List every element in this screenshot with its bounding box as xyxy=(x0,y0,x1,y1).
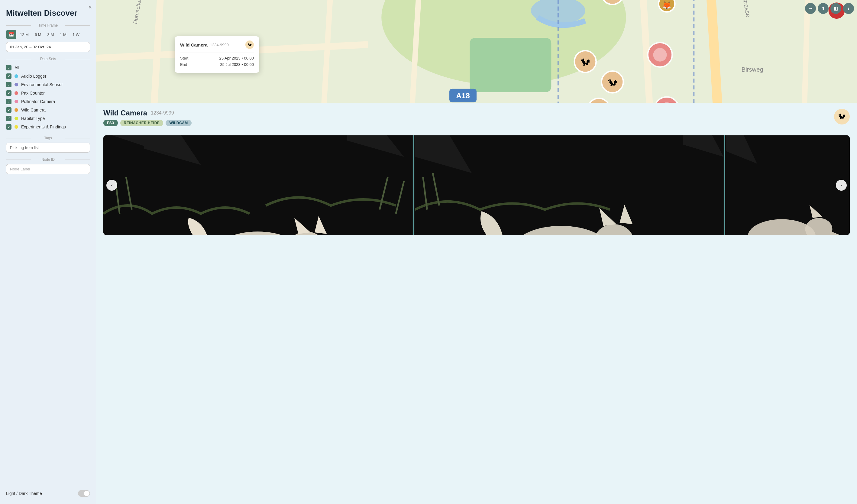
dataset-dot-environmental xyxy=(15,83,18,86)
theme-label: Light / Dark Theme xyxy=(6,491,42,496)
popup-id: 1234-9999 xyxy=(210,43,229,47)
datasets-section: ✓ All ✓ Audio Logger ✓ Environmental Sen… xyxy=(6,64,90,131)
detail-icon: 🐿 xyxy=(834,109,850,124)
popup-start-value: 25 Apr 2023 • 00:00 xyxy=(219,56,254,61)
dataset-item-environmental-sensor: ✓ Environmental Sensor xyxy=(6,80,90,89)
dataset-name-pax: Pax Counter xyxy=(21,91,45,96)
svg-text:A18: A18 xyxy=(456,91,470,100)
dataset-name-pollinator: Pollinator Camera xyxy=(21,99,55,104)
popup-end-row: End 25 Jul 2023 • 00:00 xyxy=(180,62,254,67)
wildlife-image-1-svg: ■ SECACAM KOMVista ● C 08C Do 27.04.2023… xyxy=(103,135,412,235)
carousel-separator-2 xyxy=(724,135,725,235)
dataset-check-audio-logger[interactable]: ✓ xyxy=(6,73,12,79)
sidebar: × Mitwelten Discover Time Frame 📅 12 M 6… xyxy=(0,0,96,504)
carousel-image-2: ■ SECACAM KOMVista ● C 08C Do 27.04.2023… xyxy=(415,135,724,235)
popup-end-value: 25 Jul 2023 • 00:00 xyxy=(220,62,254,67)
popup-start-row: Start 25 Apr 2023 • 00:00 xyxy=(180,56,254,61)
theme-toggle[interactable] xyxy=(78,490,90,497)
tag-fs3[interactable]: FS3 xyxy=(103,120,118,126)
map-layers-button[interactable]: ◧ xyxy=(830,3,841,14)
popup-icon: 🐿 xyxy=(246,40,254,49)
dataset-dot-wild xyxy=(15,108,18,112)
svg-point-36 xyxy=(653,48,667,62)
node-id-label: Node ID xyxy=(6,157,90,162)
carousel-next-button[interactable]: › xyxy=(836,180,847,191)
dataset-item-habitat: ✓ Habitat Type xyxy=(6,114,90,123)
dataset-check-pax[interactable]: ✓ xyxy=(6,90,12,96)
map-upload-button[interactable]: ⬆ xyxy=(818,3,828,14)
detail-title: Wild Camera xyxy=(103,109,147,117)
detail-title-row: Wild Camera 1234-9999 xyxy=(103,109,191,117)
popup-header: Wild Camera 1234-9999 🐿 xyxy=(180,40,254,49)
theme-toggle-thumb xyxy=(84,491,89,496)
dataset-item-pax-counter: ✓ Pax Counter xyxy=(6,89,90,97)
dataset-item-wild-camera: ✓ Wild Camera xyxy=(6,106,90,114)
map-popup: Wild Camera 1234-9999 🐿 Start 25 Apr 202… xyxy=(175,36,259,73)
node-id-section: Node Label xyxy=(6,164,90,174)
tags-row: FS3 REINACHER HEIDE WILDCAM xyxy=(103,120,191,126)
dataset-check-environmental[interactable]: ✓ xyxy=(6,82,12,87)
dataset-name-wild: Wild Camera xyxy=(21,107,46,113)
timeframe-6m[interactable]: 6 M xyxy=(32,31,44,38)
svg-text:🐿: 🐿 xyxy=(581,57,590,68)
dataset-item-all: ✓ All xyxy=(6,64,90,72)
svg-text:Birsweg: Birsweg xyxy=(742,66,763,73)
dataset-name-environmental: Environmental Sensor xyxy=(21,82,63,87)
popup-start-label: Start xyxy=(180,56,188,61)
detail-panel: Wild Camera 1234-9999 FS3 REINACHER HEID… xyxy=(96,103,857,504)
dataset-dot-habitat xyxy=(15,117,18,120)
detail-id: 1234-9999 xyxy=(151,110,174,116)
tag-wildcam[interactable]: WILDCAM xyxy=(166,120,191,126)
timeframe-12m[interactable]: 12 M xyxy=(18,31,31,38)
timeframe-1w[interactable]: 1 W xyxy=(70,31,82,38)
timeframe-1m[interactable]: 1 M xyxy=(57,31,69,38)
timeframe-3m[interactable]: 3 M xyxy=(45,31,56,38)
dataset-check-wild[interactable]: ✓ xyxy=(6,107,12,113)
dataset-name-all: All xyxy=(15,65,19,70)
dataset-check-experiments[interactable]: ✓ xyxy=(6,124,12,130)
tag-input[interactable] xyxy=(6,142,90,153)
datasets-label: Data Sets xyxy=(6,57,90,61)
map-container[interactable]: A18 Schwimmbad Reinach 🐿 🐿 🐿 xyxy=(96,0,857,103)
popup-end-label: End xyxy=(180,62,187,67)
node-label-select[interactable]: Node Label xyxy=(6,164,90,174)
timeframe-label: Time Frame xyxy=(6,23,90,28)
close-button[interactable]: × xyxy=(88,4,92,10)
dataset-item-pollinator: ✓ Pollinator Camera xyxy=(6,97,90,106)
image-carousel: ‹ xyxy=(103,135,850,235)
app-title: Mitwelten Discover xyxy=(6,9,90,18)
carousel-image-3: ● C 08C Do 27.04.2023 04:3 xyxy=(726,135,850,235)
tags-label: Tags xyxy=(6,136,90,140)
dataset-name-audio-logger: Audio Logger xyxy=(21,74,46,79)
map-login-button[interactable]: ⇥ xyxy=(805,3,816,14)
dataset-name-experiments: Experiments & Findings xyxy=(21,124,66,129)
svg-rect-72 xyxy=(415,135,724,235)
wildlife-image-2-svg: ■ SECACAM KOMVista ● C 08C Do 27.04.2023… xyxy=(415,135,724,235)
svg-rect-51 xyxy=(103,135,412,235)
dataset-dot-audio-logger xyxy=(15,74,18,78)
svg-text:🐿: 🐿 xyxy=(608,78,617,88)
dataset-item-audio-logger: ✓ Audio Logger xyxy=(6,72,90,80)
dataset-dot-pax xyxy=(15,91,18,95)
popup-title: Wild Camera xyxy=(180,42,207,47)
main-content: A18 Schwimmbad Reinach 🐿 🐿 🐿 xyxy=(96,0,857,504)
tag-reinacher[interactable]: REINACHER HEIDE xyxy=(120,120,164,126)
carousel-separator-1 xyxy=(413,135,414,235)
tags-section xyxy=(6,142,90,153)
dataset-dot-pollinator xyxy=(15,100,18,103)
svg-rect-2 xyxy=(470,38,552,92)
map-controls: ⇥ ⬆ ◧ i xyxy=(805,3,854,14)
dataset-check-all[interactable]: ✓ xyxy=(6,65,12,70)
carousel-image-1: ■ SECACAM KOMVista ● C 08C Do 27.04.2023… xyxy=(103,135,412,235)
detail-title-area: Wild Camera 1234-9999 FS3 REINACHER HEID… xyxy=(103,109,191,132)
carousel-prev-button[interactable]: ‹ xyxy=(106,180,117,191)
dataset-check-habitat[interactable]: ✓ xyxy=(6,116,12,121)
theme-row: Light / Dark Theme xyxy=(6,490,90,497)
dataset-check-pollinator[interactable]: ✓ xyxy=(6,99,12,104)
date-range-input[interactable] xyxy=(6,42,90,52)
timeframe-row: 📅 12 M 6 M 3 M 1 M 1 W xyxy=(6,30,90,39)
dataset-item-experiments: ✓ Experiments & Findings xyxy=(6,123,90,131)
svg-text:🦊: 🦊 xyxy=(662,1,671,10)
dataset-dot-experiments xyxy=(15,125,18,129)
map-info-button[interactable]: i xyxy=(843,3,854,14)
